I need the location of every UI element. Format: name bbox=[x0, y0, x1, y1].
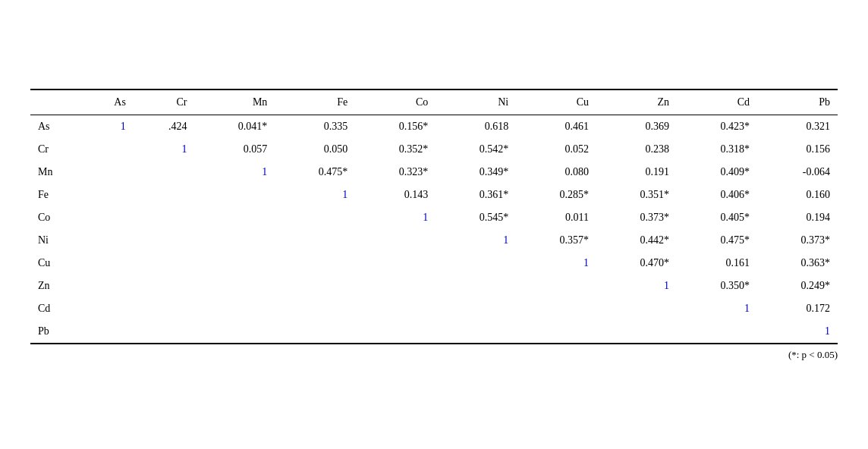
cell-value: 1 bbox=[84, 115, 133, 138]
cell-value: 0.461 bbox=[516, 115, 596, 138]
header-cd: Cd bbox=[677, 89, 757, 115]
cell-value: 0.352* bbox=[355, 138, 436, 161]
cell-value: 0.350* bbox=[677, 275, 757, 297]
cell-value: 0.318* bbox=[677, 138, 757, 161]
header-co: Co bbox=[355, 89, 436, 115]
cell-value bbox=[516, 275, 596, 297]
cell-value: 0.156 bbox=[757, 138, 838, 161]
cell-value: 0.156* bbox=[355, 115, 436, 138]
cell-value: -0.064 bbox=[757, 161, 838, 184]
cell-value: 0.442* bbox=[596, 229, 677, 252]
cell-value: 0.349* bbox=[436, 161, 516, 184]
cell-value bbox=[355, 297, 436, 320]
cell-value bbox=[194, 320, 275, 344]
cell-value: 1 bbox=[677, 297, 757, 320]
cell-value bbox=[194, 206, 275, 229]
row-label: Cu bbox=[30, 252, 84, 275]
footnote: (*: p < 0.05) bbox=[30, 344, 838, 361]
cell-value: 0.080 bbox=[516, 161, 596, 184]
cell-value: 0.475* bbox=[677, 229, 757, 252]
row-label: Mn bbox=[30, 161, 84, 184]
cell-value: 0.321 bbox=[757, 115, 838, 138]
cell-value bbox=[84, 320, 133, 344]
cell-value: 0.335 bbox=[275, 115, 355, 138]
cell-value bbox=[355, 320, 436, 344]
cell-value bbox=[436, 297, 516, 320]
cell-value: 0.542* bbox=[436, 138, 516, 161]
row-label: Zn bbox=[30, 275, 84, 297]
row-label: As bbox=[30, 115, 84, 138]
cell-value: 1 bbox=[355, 206, 436, 229]
cell-value: 1 bbox=[516, 252, 596, 275]
cell-value bbox=[84, 275, 133, 297]
cell-value bbox=[134, 184, 195, 206]
cell-value bbox=[355, 275, 436, 297]
cell-value: 0.470* bbox=[596, 252, 677, 275]
table-row: As1.4240.041*0.3350.156*0.6180.4610.3690… bbox=[30, 115, 838, 138]
row-label: Pb bbox=[30, 320, 84, 344]
cell-value: 0.357* bbox=[516, 229, 596, 252]
cell-value: .424 bbox=[134, 115, 195, 138]
cell-value: 0.373* bbox=[596, 206, 677, 229]
cell-value bbox=[84, 252, 133, 275]
cell-value: 0.249* bbox=[757, 275, 838, 297]
cell-value bbox=[194, 229, 275, 252]
cell-value: 0.363* bbox=[757, 252, 838, 275]
row-label: Cr bbox=[30, 138, 84, 161]
cell-value bbox=[275, 206, 355, 229]
table-body: As1.4240.041*0.3350.156*0.6180.4610.3690… bbox=[30, 115, 838, 344]
cell-value bbox=[275, 297, 355, 320]
cell-value bbox=[84, 206, 133, 229]
cell-value bbox=[677, 320, 757, 344]
correlation-table: As Cr Mn Fe Co Ni Cu Zn Cd Pb As1.4240.0… bbox=[30, 89, 838, 361]
cell-value: 0.050 bbox=[275, 138, 355, 161]
header-pb: Pb bbox=[757, 89, 838, 115]
cell-value bbox=[355, 252, 436, 275]
cell-value: 0.351* bbox=[596, 184, 677, 206]
cell-value bbox=[84, 161, 133, 184]
cell-value: 0.369 bbox=[596, 115, 677, 138]
header-zn: Zn bbox=[596, 89, 677, 115]
cell-value bbox=[194, 275, 275, 297]
cell-value bbox=[134, 252, 195, 275]
cell-value: 0.285* bbox=[516, 184, 596, 206]
header-as: As bbox=[84, 89, 133, 115]
cell-value bbox=[84, 229, 133, 252]
cell-value: 0.475* bbox=[275, 161, 355, 184]
table-row: Cd10.172 bbox=[30, 297, 838, 320]
header-fe: Fe bbox=[275, 89, 355, 115]
header-mn: Mn bbox=[194, 89, 275, 115]
cell-value: 0.238 bbox=[596, 138, 677, 161]
cell-value: 0.191 bbox=[596, 161, 677, 184]
cell-value: 0.405* bbox=[677, 206, 757, 229]
cell-value bbox=[134, 206, 195, 229]
row-label: Co bbox=[30, 206, 84, 229]
table-row: Cr10.0570.0500.352*0.542*0.0520.2380.318… bbox=[30, 138, 838, 161]
table-row: Co10.545*0.0110.373*0.405*0.194 bbox=[30, 206, 838, 229]
cell-value bbox=[194, 297, 275, 320]
cell-value bbox=[436, 275, 516, 297]
cell-value bbox=[596, 297, 677, 320]
header-empty bbox=[30, 89, 84, 115]
data-table: As Cr Mn Fe Co Ni Cu Zn Cd Pb As1.4240.0… bbox=[30, 89, 838, 344]
footnote-text: (*: p < 0.05) bbox=[788, 349, 838, 360]
cell-value: 0.143 bbox=[355, 184, 436, 206]
table-row: Pb1 bbox=[30, 320, 838, 344]
cell-value: 0.323* bbox=[355, 161, 436, 184]
cell-value bbox=[275, 229, 355, 252]
cell-value bbox=[84, 297, 133, 320]
cell-value bbox=[194, 252, 275, 275]
table-row: Zn10.350*0.249* bbox=[30, 275, 838, 297]
cell-value bbox=[275, 275, 355, 297]
cell-value bbox=[194, 184, 275, 206]
cell-value: 1 bbox=[134, 138, 195, 161]
table-row: Cu10.470*0.1610.363* bbox=[30, 252, 838, 275]
cell-value: 1 bbox=[757, 320, 838, 344]
cell-value: 0.406* bbox=[677, 184, 757, 206]
cell-value bbox=[596, 320, 677, 344]
cell-value bbox=[516, 320, 596, 344]
table-row: Mn10.475*0.323*0.349*0.0800.1910.409*-0.… bbox=[30, 161, 838, 184]
cell-value: 1 bbox=[194, 161, 275, 184]
cell-value: 0.161 bbox=[677, 252, 757, 275]
table-row: Ni10.357*0.442*0.475*0.373* bbox=[30, 229, 838, 252]
